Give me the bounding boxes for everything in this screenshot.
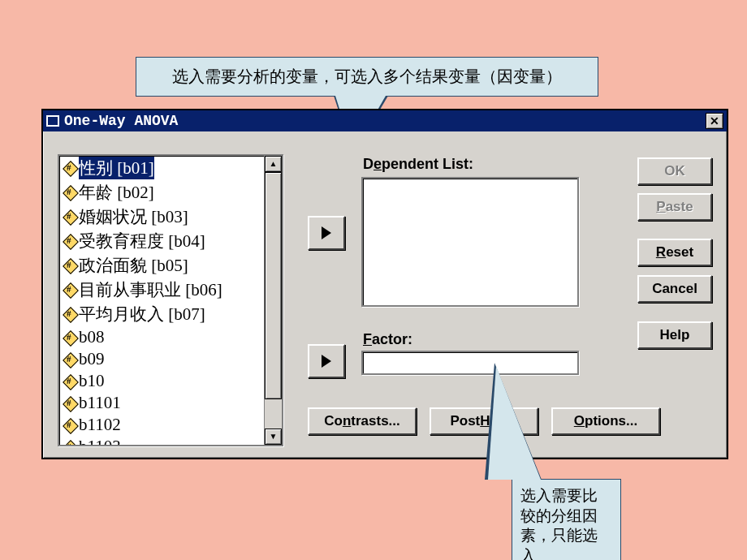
paste-button[interactable]: Paste: [637, 193, 712, 221]
variable-label: 受教育程度 [b04]: [79, 230, 205, 252]
variable-list-scrollbar[interactable]: ▲ ▼: [264, 156, 282, 445]
variable-label: b1101: [79, 393, 121, 413]
variable-item[interactable]: 受教育程度 [b04]: [59, 229, 264, 253]
variable-label: b1102: [79, 415, 121, 435]
variable-item[interactable]: 平均月收入 [b07]: [59, 302, 264, 326]
variable-item[interactable]: b1103: [59, 436, 264, 446]
options-button[interactable]: Options...: [551, 407, 660, 435]
contrasts-button[interactable]: Contrasts...: [308, 407, 417, 435]
help-button[interactable]: Help: [637, 321, 712, 349]
arrow-right-icon: [320, 225, 333, 241]
scroll-thumb[interactable]: [265, 172, 282, 399]
variable-item[interactable]: b1101: [59, 392, 264, 414]
variable-label: 年龄 [b02]: [79, 181, 154, 204]
variable-item[interactable]: 性别 [b01]: [59, 156, 264, 180]
variable-item[interactable]: 年龄 [b02]: [59, 180, 264, 205]
svg-marker-0: [322, 226, 331, 239]
variable-label: b09: [79, 349, 105, 369]
variable-label: b1103: [79, 437, 121, 446]
arrow-right-icon: [320, 353, 333, 369]
variable-item[interactable]: b09: [59, 348, 264, 370]
scroll-down-button[interactable]: ▼: [265, 429, 282, 445]
variable-label: b10: [79, 371, 105, 391]
cancel-button[interactable]: Cancel: [637, 275, 712, 303]
variable-list[interactable]: 性别 [b01]年龄 [b02]婚姻状况 [b03]受教育程度 [b04]政治面…: [58, 154, 283, 446]
window-title: One-Way ANOVA: [64, 113, 706, 129]
callout-factor-hint: 选入需要比较的分组因素，只能选入: [512, 479, 621, 560]
close-button[interactable]: ✕: [706, 113, 723, 129]
variable-icon: [63, 396, 77, 411]
anova-dialog: One-Way ANOVA ✕ 性别 [b01]年龄 [b02]婚姻状况 [b0…: [41, 109, 728, 459]
variable-label: 平均月收入 [b07]: [79, 303, 205, 325]
variable-label: 目前从事职业 [b06]: [79, 278, 222, 301]
variable-icon: [63, 234, 77, 248]
callout-dependent-hint: 选入需要分析的变量，可选入多个结果变量（因变量）: [136, 57, 598, 97]
svg-marker-1: [322, 355, 331, 368]
variable-item[interactable]: b10: [59, 370, 264, 392]
variable-icon: [63, 185, 77, 200]
factor-box[interactable]: [361, 351, 579, 375]
variable-label: 性别 [b01]: [79, 157, 154, 179]
variable-item[interactable]: 婚姻状况 [b03]: [59, 205, 264, 229]
variable-icon: [63, 209, 77, 224]
titlebar: One-Way ANOVA ✕: [43, 110, 727, 131]
ok-button[interactable]: OK: [637, 157, 712, 185]
scroll-up-button[interactable]: ▲: [265, 156, 282, 172]
factor-label: Factor:: [363, 331, 412, 348]
variable-label: 政治面貌 [b05]: [79, 254, 188, 277]
variable-label: b08: [79, 327, 105, 347]
dependent-list-box[interactable]: [361, 177, 579, 307]
variable-icon: [63, 282, 77, 297]
variable-item[interactable]: 目前从事职业 [b06]: [59, 278, 264, 302]
variable-label: 婚姻状况 [b03]: [79, 205, 188, 228]
variable-icon: [63, 161, 77, 175]
variable-icon: [63, 374, 77, 389]
dependent-list-label: Dependent List:: [363, 156, 473, 173]
move-to-dependent-button[interactable]: [308, 216, 345, 250]
variable-icon: [63, 330, 77, 345]
variable-icon: [63, 418, 77, 433]
move-to-factor-button[interactable]: [308, 344, 345, 378]
variable-item[interactable]: 政治面貌 [b05]: [59, 253, 264, 278]
reset-button[interactable]: Reset: [637, 239, 712, 266]
window-icon: [46, 115, 59, 127]
variable-item[interactable]: b1102: [59, 414, 264, 436]
variable-icon: [63, 352, 77, 367]
variable-item[interactable]: b08: [59, 326, 264, 348]
variable-icon: [63, 440, 77, 447]
variable-icon: [63, 307, 77, 321]
variable-icon: [63, 258, 77, 273]
